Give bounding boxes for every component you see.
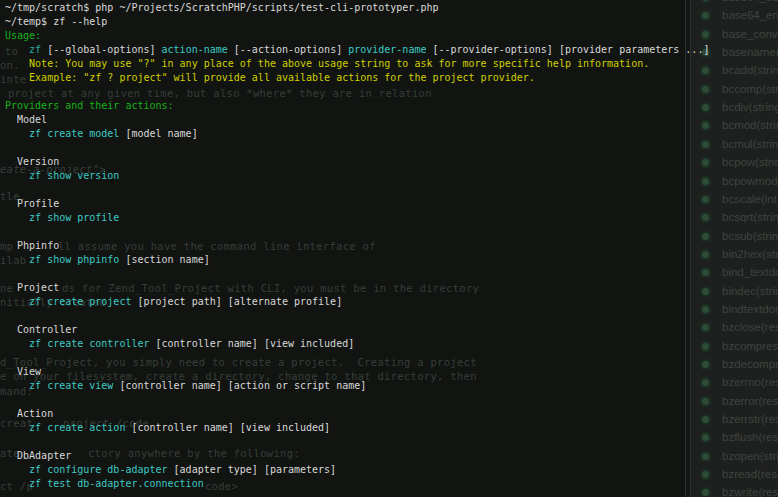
provider-name: View [5, 365, 709, 379]
function-label: bzflush(reso [722, 431, 778, 443]
command-args: [controller name] [view included] [125, 422, 330, 433]
function-label: bzclose(res [722, 321, 778, 333]
provider-command: zf create controller [controller name] [… [5, 337, 709, 351]
provider-command: zf configure db-adapter [adapter type] [… [5, 463, 709, 477]
function-label: bzerrno(res [722, 376, 778, 388]
function-label: bcmul(string [722, 138, 778, 150]
usage-token: action-name [162, 44, 234, 55]
usage-heading: Usage: [5, 29, 709, 43]
function-label: bcadd(string [722, 64, 778, 76]
providers-heading: Providers and their actions: [5, 99, 709, 113]
usage-line: zf [--global-options] action-name [--act… [5, 43, 709, 57]
command-text: zf create view [5, 380, 113, 391]
function-label: bzerrstr(res [722, 413, 778, 425]
provider-name: Action [5, 407, 709, 421]
function-label: bind_textdo [722, 266, 778, 278]
provider-command: zf show version [5, 169, 709, 183]
usage-token: [--global-options] [47, 44, 161, 55]
provider-name: Phpinfo [5, 239, 709, 253]
provider-command: zf show profile [5, 211, 709, 225]
command-args: [model name] [119, 128, 197, 139]
prompt-line: ~/temp$ zf --help [5, 15, 709, 29]
terminal-output: ~/tmp/scratch$ php ~/Projects/ScratchPHP… [5, 1, 709, 497]
provider-command: zf test db-adapter.connection [5, 477, 709, 491]
function-label: bzerror(reso [722, 395, 778, 407]
function-label: bcsub(string [722, 230, 778, 242]
function-label: base64_enco [722, 9, 778, 21]
command-text: zf show version [5, 170, 119, 181]
command-text: zf create model [5, 128, 119, 139]
command-text: zf create action [5, 422, 125, 433]
usage-token: provider-name [348, 44, 432, 55]
provider-name: DbAdapter [5, 449, 709, 463]
function-label: bzopen(strin [722, 450, 778, 462]
command-text: zf create project [5, 296, 131, 307]
provider-command: zf show phpinfo [section name] [5, 253, 709, 267]
function-label: basename(st [722, 46, 778, 58]
blank-line [5, 141, 709, 155]
usage-token: [--provider-options] [432, 44, 558, 55]
blank-line [5, 435, 709, 449]
command-args: [controller name] [action or script name… [113, 380, 366, 391]
blank-line [5, 351, 709, 365]
function-label: base64_deco [722, 0, 778, 3]
usage-token: [provider parameters ...] [559, 44, 710, 55]
command-args: [controller name] [view included] [150, 338, 355, 349]
function-label: bcscale(int $ [722, 193, 778, 205]
function-label: bindec(strin [722, 285, 778, 297]
blank-line [5, 491, 709, 497]
provider-name: Controller [5, 323, 709, 337]
command-text: zf show phpinfo [5, 254, 119, 265]
example-line: Example: "zf ? project" will provide all… [5, 71, 709, 85]
command-text: zf show profile [5, 212, 119, 223]
function-label: bcmod(strin [722, 119, 778, 131]
note-line: Note: You may use "?" in any place of th… [5, 57, 709, 71]
function-label: bccomp(strin [722, 83, 778, 95]
function-label: bzread(reso [722, 468, 778, 480]
function-label: bzdecompre [722, 358, 778, 370]
usage-token [5, 44, 29, 55]
usage-token: zf [29, 44, 47, 55]
function-label: bcpowmod(s [722, 175, 778, 187]
blank-line [5, 225, 709, 239]
provider-command: zf create action [controller name] [view… [5, 421, 709, 435]
provider-command: zf create project [project path] [altern… [5, 295, 709, 309]
function-label: base_conver [722, 28, 778, 40]
blank-line [5, 393, 709, 407]
function-label: bcsqrt(strin [722, 211, 778, 223]
function-label: bindtextdom [722, 303, 778, 315]
command-text: zf test db-adapter.connection [5, 478, 204, 489]
provider-command: zf create view [controller name] [action… [5, 379, 709, 393]
function-label: bcdiv(string [722, 101, 778, 113]
blank-line [5, 85, 709, 99]
command-text: zf configure db-adapter [5, 464, 168, 475]
usage-token: [--action-options] [234, 44, 348, 55]
provider-name: Project [5, 281, 709, 295]
provider-name: Version [5, 155, 709, 169]
provider-name: Profile [5, 197, 709, 211]
function-label: bzcompress [722, 340, 778, 352]
command-args: [section name] [119, 254, 209, 265]
function-label: bin2hex(stri [722, 248, 778, 260]
prompt-line: ~/tmp/scratch$ php ~/Projects/ScratchPHP… [5, 1, 709, 15]
command-text: zf create controller [5, 338, 150, 349]
function-label: bzwrite(reso [722, 486, 778, 497]
blank-line [5, 267, 709, 281]
provider-name: Model [5, 113, 709, 127]
blank-line [5, 183, 709, 197]
terminal-window[interactable]: toon.inteproject at any given time, but … [0, 0, 685, 497]
command-args: [project path] [alternate profile] [131, 296, 342, 307]
command-args: [adapter type] [parameters] [168, 464, 337, 475]
provider-command: zf create model [model name] [5, 127, 709, 141]
blank-line [5, 309, 709, 323]
function-label: bcpow(strin [722, 156, 778, 168]
